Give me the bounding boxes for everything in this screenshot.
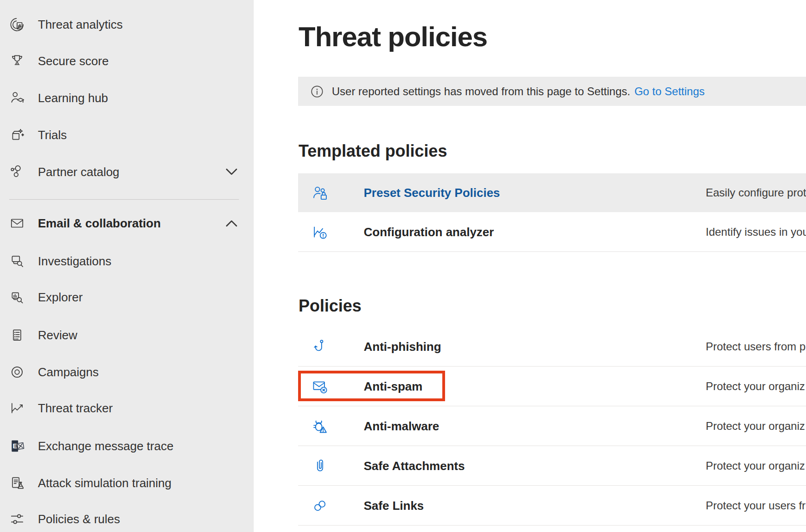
threat-tracker-icon (9, 400, 25, 416)
anti-spam-icon (311, 378, 328, 395)
row-description: Protect your users fr (706, 499, 806, 512)
sidebar-item-exchange-message-trace[interactable]: E Exchange message trace (0, 428, 254, 465)
sidebar-item-secure-score[interactable]: Secure score (0, 43, 254, 79)
safe-links-icon (311, 497, 328, 514)
learning-hub-icon (9, 90, 25, 106)
sidebar-item-email-collaboration[interactable]: Email & collaboration (0, 205, 254, 242)
exchange-icon: E (9, 438, 25, 454)
anti-malware-icon (311, 418, 328, 434)
review-icon (9, 327, 25, 343)
row-preset-security-policies[interactable]: Preset Security Policies Easily configur… (298, 173, 806, 212)
section-heading-templated-policies: Templated policies (299, 143, 447, 159)
threat-analytics-icon (9, 17, 25, 32)
row-description: Protect your organiz (706, 380, 806, 393)
sidebar-item-label: Threat tracker (38, 401, 113, 416)
partner-catalog-icon (9, 164, 25, 180)
row-label: Anti-malware (364, 419, 439, 433)
row-anti-spam[interactable]: Anti-spam Protect your organiz (298, 367, 806, 406)
sidebar-item-explorer[interactable]: Explorer (0, 279, 254, 316)
safe-attachments-icon (311, 458, 328, 474)
campaigns-icon (9, 364, 25, 380)
configuration-analyzer-icon (311, 224, 328, 240)
section-heading-policies: Policies (299, 298, 361, 314)
sidebar-item-label: Threat analytics (38, 18, 123, 32)
email-collaboration-icon (9, 215, 25, 231)
row-anti-phishing[interactable]: Anti-phishing Protect users from p (298, 327, 806, 367)
row-label: Configuration analyzer (364, 225, 494, 239)
secure-score-icon (9, 53, 25, 69)
info-banner: User reported settings has moved from th… (298, 77, 806, 106)
row-configuration-analyzer[interactable]: Configuration analyzer Identify issues i… (298, 212, 806, 252)
row-label: Anti-spam (364, 379, 422, 393)
row-description: Protect your organiz (706, 459, 806, 472)
row-description: Protect users from p (706, 340, 806, 353)
sidebar-item-learning-hub[interactable]: Learning hub (0, 79, 254, 116)
sidebar-item-review[interactable]: Review (0, 317, 254, 354)
row-anti-malware[interactable]: Anti-malware Protect your organiz (298, 406, 806, 446)
investigations-icon (9, 253, 25, 269)
sidebar-item-label: Investigations (38, 254, 111, 269)
svg-text:E: E (13, 442, 17, 450)
sidebar-item-label: Campaigns (38, 365, 99, 379)
explorer-icon (9, 289, 25, 305)
sidebar-item-threat-analytics[interactable]: Threat analytics (0, 6, 254, 43)
row-label: Safe Links (364, 498, 424, 513)
sidebar-item-label: Learning hub (38, 91, 108, 105)
row-description: Identify issues in you (706, 226, 806, 238)
anti-phishing-icon (311, 338, 328, 355)
sidebar-item-label: Explorer (38, 290, 83, 305)
sidebar-item-attack-simulation-training[interactable]: Attack simulation training (0, 465, 254, 501)
sidebar-item-threat-tracker[interactable]: Threat tracker (0, 390, 254, 427)
sidebar-item-label: Trials (38, 128, 67, 142)
chevron-up-icon[interactable] (226, 220, 238, 227)
main-content: Threat policies User reported settings h… (254, 0, 806, 532)
sidebar-item-label: Review (38, 328, 77, 342)
row-description: Protect your organiz (706, 420, 806, 433)
preset-security-policies-icon (311, 184, 328, 201)
attack-simulation-icon (9, 475, 25, 491)
sidebar: Threat analytics Secure score Learning h… (0, 0, 254, 532)
row-description: Easily configure prot (706, 186, 806, 199)
row-safe-attachments[interactable]: Safe Attachments Protect your organiz (298, 446, 806, 486)
sidebar-item-policies-rules[interactable]: Policies & rules (0, 501, 254, 532)
row-safe-links[interactable]: Safe Links Protect your users fr (298, 486, 806, 526)
sidebar-item-label: Secure score (38, 54, 109, 68)
sidebar-item-campaigns[interactable]: Campaigns (0, 354, 254, 391)
sidebar-item-label: Email & collaboration (38, 216, 161, 231)
sidebar-item-trials[interactable]: Trials (0, 116, 254, 153)
banner-text: User reported settings has moved from th… (332, 85, 630, 98)
sidebar-item-label: Policies & rules (38, 512, 120, 526)
sidebar-item-investigations[interactable]: Investigations (0, 243, 254, 280)
sidebar-item-label: Exchange message trace (38, 439, 173, 453)
page-title: Threat policies (299, 22, 487, 52)
chevron-down-icon[interactable] (226, 168, 238, 176)
sidebar-item-label: Partner catalog (38, 165, 119, 179)
sidebar-item-label: Attack simulation training (38, 476, 171, 490)
trials-icon (9, 127, 25, 143)
sidebar-divider (9, 199, 239, 200)
row-label: Preset Security Policies (364, 186, 500, 200)
policies-rules-icon (9, 511, 25, 527)
sidebar-item-partner-catalog[interactable]: Partner catalog (0, 153, 254, 190)
info-icon (310, 85, 324, 98)
row-label: Safe Attachments (364, 459, 465, 473)
row-label: Anti-phishing (364, 339, 441, 354)
go-to-settings-link[interactable]: Go to Settings (635, 85, 705, 98)
